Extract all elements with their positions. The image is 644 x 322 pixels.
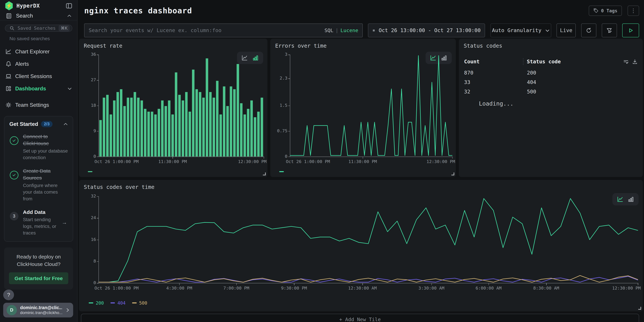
table-row[interactable]: 33 404 xyxy=(464,79,638,85)
y-axis-tick xyxy=(97,240,99,240)
dashboard-grid-icon xyxy=(6,86,12,92)
get-started-step-1[interactable]: Connect to ClickHouse Set up your databa… xyxy=(4,130,73,164)
granularity-select[interactable]: Auto Granularity xyxy=(490,24,551,38)
chart-legend: 200 404 500 xyxy=(89,300,147,306)
sql-toggle[interactable]: SQL xyxy=(324,28,334,33)
bar xyxy=(257,112,260,156)
y-axis-tick xyxy=(97,156,99,157)
sidebar-item-team-settings[interactable]: Team Settings xyxy=(0,99,77,111)
legend-series-dash[interactable] xyxy=(88,171,92,172)
lucene-toggle[interactable]: Lucene xyxy=(340,28,358,33)
get-started-step-3[interactable]: 3 Add Data Start sending logs, metrics, … xyxy=(4,205,73,242)
refresh-button[interactable] xyxy=(581,24,596,38)
bar xyxy=(244,114,246,156)
filter-button[interactable] xyxy=(602,24,617,38)
y-axis-tick xyxy=(288,54,290,55)
line-series-200 xyxy=(99,198,638,282)
column-resize-handle[interactable] xyxy=(523,58,524,65)
chevron-down-icon[interactable] xyxy=(68,86,72,91)
bar xyxy=(116,92,119,156)
x-axis-tick xyxy=(264,156,264,159)
step-number-badge: 3 xyxy=(10,212,18,220)
legend-dash xyxy=(110,302,115,304)
bar xyxy=(206,58,208,156)
step-desc: Configure where your data comes from xyxy=(23,182,68,202)
query-language-toggle: SQL|Lucene xyxy=(324,28,358,33)
nav-label: Client Sessions xyxy=(15,73,52,80)
sidebar-header: ⚡ HyperDX xyxy=(0,0,77,12)
table-row[interactable]: 870 200 xyxy=(464,70,638,76)
add-new-tile-button[interactable]: + Add New Tile xyxy=(81,314,639,322)
bar xyxy=(168,100,171,156)
dashboard-menu-button[interactable]: ⋮ xyxy=(628,6,639,16)
legend-item-500[interactable]: 500 xyxy=(132,300,147,306)
chevron-right-icon xyxy=(66,308,70,312)
cell-count: 33 xyxy=(464,79,523,85)
bar xyxy=(199,92,202,156)
help-button[interactable]: ? xyxy=(3,290,14,300)
y-axis-tick xyxy=(288,106,290,106)
table-row[interactable]: 32 500 xyxy=(464,89,638,94)
legend-series-dash[interactable] xyxy=(279,171,284,172)
cloud-card-line2: ClickHouse Cloud? xyxy=(9,260,68,268)
gear-icon xyxy=(6,102,12,108)
bar xyxy=(175,72,178,156)
y-axis-tick xyxy=(97,54,99,55)
event-search-wrap[interactable]: SQL|Lucene xyxy=(84,24,362,38)
wrap-lines-button[interactable] xyxy=(623,59,629,64)
x-axis-tick-label: 7:00:00 PM xyxy=(223,286,249,290)
sidebar-item-client-sessions[interactable]: Client Sessions xyxy=(0,70,77,82)
tags-button[interactable]: 0 Tags xyxy=(589,6,622,16)
saved-searches-input[interactable] xyxy=(18,26,56,31)
chart-legend xyxy=(279,171,284,172)
legend-label: 404 xyxy=(118,300,126,306)
bar xyxy=(124,106,126,156)
bar xyxy=(140,100,143,156)
bar xyxy=(161,100,164,156)
column-header-status-code[interactable]: Status code xyxy=(527,58,561,64)
status-codes-over-time-chart[interactable]: 32241680Oct 26 1:00:00 PM4:30:00 PM7:00:… xyxy=(98,196,638,283)
download-csv-button[interactable] xyxy=(632,59,638,64)
x-axis-tick xyxy=(362,283,363,285)
bar xyxy=(164,106,167,156)
tile-resize-handle[interactable] xyxy=(263,172,266,175)
sidebar-item-dashboards[interactable]: Dashboards xyxy=(0,82,77,95)
user-account-button[interactable]: D dominic.tran@clic... dominic.tran@clic… xyxy=(3,303,73,318)
brand-name: HyperDX xyxy=(16,3,40,9)
chevron-up-icon[interactable] xyxy=(63,122,68,126)
request-rate-chart[interactable]: 36271890Oct 26 1:00:00 PM11:30:00 PM12:3… xyxy=(98,54,264,157)
column-header-count[interactable]: Count xyxy=(464,58,523,64)
sidebar-item-search[interactable]: Search xyxy=(0,12,77,20)
dashboard-grid: Request rate 36271890Oct 26 1:00:00 PM11… xyxy=(78,39,644,322)
legend-item-200[interactable]: 200 xyxy=(89,300,104,306)
collapse-sidebar-button[interactable] xyxy=(66,2,72,9)
legend-item-404[interactable]: 404 xyxy=(110,300,126,306)
user-name: dominic.tran@clic... xyxy=(20,305,62,310)
run-query-button[interactable] xyxy=(622,24,639,38)
get-started-free-button[interactable]: Get Started for Free xyxy=(9,272,68,284)
tile-request-rate: Request rate 36271890Oct 26 1:00:00 PM11… xyxy=(79,39,268,177)
date-range-picker[interactable]: Oct 26 13:00:00 - Oct 27 13:00:00 xyxy=(368,24,485,38)
sidebar-item-alerts[interactable]: Alerts xyxy=(0,58,77,70)
bar xyxy=(110,114,112,156)
tile-resize-handle[interactable] xyxy=(638,307,641,310)
get-started-step-2[interactable]: Create Data Sources Configure where your… xyxy=(4,164,73,205)
errors-over-time-chart[interactable]: 32.31.50.750Oct 26 1:00:00 PM11:30:00 PM… xyxy=(290,54,452,157)
sidebar-item-chart-explorer[interactable]: Chart Explorer xyxy=(0,46,77,58)
x-axis-tick-label: Oct 26 1:00:00 PM xyxy=(94,286,138,290)
y-axis-tick xyxy=(97,218,99,218)
live-button[interactable]: Live xyxy=(556,24,576,38)
line-series-main xyxy=(290,56,452,156)
tile-resize-handle[interactable] xyxy=(452,172,454,175)
bar xyxy=(113,100,116,156)
y-axis-tick xyxy=(97,106,99,106)
event-search-input[interactable] xyxy=(89,27,321,33)
bar xyxy=(213,98,215,156)
bar xyxy=(185,92,188,156)
bar xyxy=(189,112,191,156)
saved-searches-input-wrap[interactable]: ⌘K xyxy=(5,25,72,32)
y-axis-tick xyxy=(97,283,99,283)
sidebar-bottom: ? D dominic.tran@clic... dominic.tran@cl… xyxy=(0,290,77,322)
chevron-up-icon[interactable] xyxy=(67,14,72,18)
bar xyxy=(99,120,102,156)
